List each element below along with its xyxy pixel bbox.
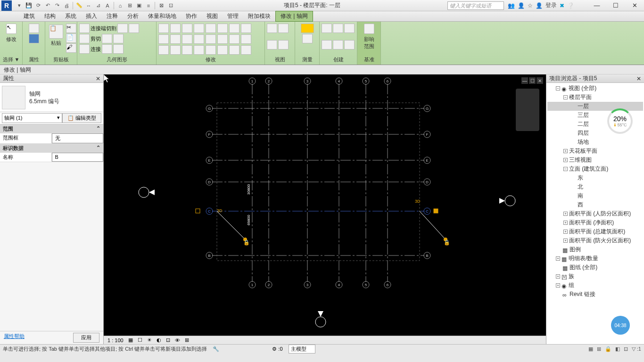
visual-icon[interactable]: ☐: [138, 337, 142, 343]
geo-b1[interactable]: [102, 34, 112, 43]
geo-a2[interactable]: [129, 24, 139, 33]
tree-node[interactable]: +面积平面 (防火分区面积): [547, 236, 643, 245]
view-close-icon[interactable]: ✕: [537, 77, 543, 84]
modify-tool-icon[interactable]: ↖: [6, 24, 17, 34]
tree-toggle-icon[interactable]: +: [556, 283, 560, 288]
tree-node[interactable]: 西: [547, 200, 643, 209]
mod-array-icon[interactable]: [158, 45, 169, 55]
menu-tab-11[interactable]: 修改 | 轴网: [275, 11, 313, 22]
mod-trim-icon[interactable]: [182, 34, 192, 44]
worksets-icon[interactable]: ⚙ :0: [272, 346, 282, 352]
tree-node[interactable]: −立面 (建筑立面): [547, 165, 643, 173]
menu-tab-2[interactable]: 系统: [60, 11, 81, 21]
mod-rotate-icon[interactable]: [170, 34, 181, 44]
create-a[interactable]: [322, 24, 332, 33]
tree-node[interactable]: +▦明细表/数量: [547, 254, 643, 263]
mod-o3[interactable]: [217, 45, 228, 55]
temperature-widget[interactable]: 20% 🌡55°C: [607, 108, 633, 134]
sb-i5[interactable]: ⊡: [624, 346, 628, 352]
qat-close-icon[interactable]: ⊠: [157, 1, 165, 10]
mod-n1[interactable]: [194, 34, 204, 44]
tree-node[interactable]: ∞Revit 链接: [547, 290, 643, 299]
geo-c1[interactable]: [102, 44, 112, 54]
tree-node[interactable]: −◉视图 (全部): [547, 84, 643, 93]
menu-tab-4[interactable]: 注释: [102, 11, 123, 21]
view-d[interactable]: [278, 40, 289, 49]
menu-tab-8[interactable]: 视图: [202, 11, 223, 21]
edit-type-button[interactable]: 📋 编辑类型: [62, 113, 101, 123]
tree-node[interactable]: ▦图例: [547, 245, 643, 254]
qat-print-icon[interactable]: 🖨: [62, 1, 71, 10]
main-model-dropdown[interactable]: 主模型: [289, 345, 315, 354]
mod-o4[interactable]: [229, 45, 239, 55]
mod-n3[interactable]: [217, 34, 228, 44]
sb-i1[interactable]: ▦: [588, 346, 593, 352]
app-icon[interactable]: R: [1, 0, 12, 11]
mod-offset-icon[interactable]: [170, 24, 181, 33]
tree-node[interactable]: 北: [547, 182, 643, 191]
create-f[interactable]: [344, 40, 355, 49]
crop-icon[interactable]: ⊡: [166, 337, 170, 343]
qat-undo-icon[interactable]: ↶: [43, 1, 52, 10]
tree-toggle-icon[interactable]: +: [556, 274, 560, 279]
view-a[interactable]: [267, 24, 277, 33]
drawing-canvas[interactable]: 112233445566GGFFEEDDCCBB3D3D🔒🔒3080069800…: [104, 74, 546, 344]
props-close-icon[interactable]: ✕: [96, 75, 100, 82]
tree-toggle-icon[interactable]: +: [563, 239, 568, 243]
minimize-button[interactable]: —: [587, 0, 606, 11]
sb-i2[interactable]: ⊞: [597, 346, 601, 352]
qat-align-icon[interactable]: ⊿: [94, 1, 102, 10]
nav-wheel[interactable]: [516, 89, 539, 131]
prop-group-header[interactable]: 标识数据⌃: [0, 144, 103, 153]
create-b[interactable]: [333, 24, 343, 33]
mod-n5[interactable]: [241, 34, 251, 44]
datum-extent-icon[interactable]: [364, 24, 374, 34]
tree-node[interactable]: −楼层平面: [547, 93, 643, 102]
sb-i3[interactable]: 🔒: [605, 346, 611, 352]
tree-toggle-icon[interactable]: −: [556, 86, 560, 90]
match-icon[interactable]: 🖌: [66, 43, 76, 53]
qat-measure-icon[interactable]: 📏: [75, 1, 83, 10]
mod-m4[interactable]: [229, 24, 239, 33]
mod-n4[interactable]: [229, 34, 239, 44]
menu-tab-1[interactable]: 结构: [40, 11, 60, 21]
mod-scale-icon[interactable]: [170, 45, 181, 55]
prop-value[interactable]: 无: [52, 133, 104, 143]
tree-node[interactable]: 场地: [547, 138, 643, 147]
mod-m1[interactable]: [194, 24, 204, 33]
mod-n2[interactable]: [206, 34, 216, 44]
panel-select-label[interactable]: 选择 ▼: [2, 56, 20, 64]
menu-tab-6[interactable]: 体量和场地: [143, 11, 181, 21]
sun-icon[interactable]: ☀: [147, 337, 152, 343]
scale-display[interactable]: 1 : 100: [107, 337, 124, 343]
infocenter-icon[interactable]: 👥: [508, 2, 515, 9]
cut-geom-button[interactable]: 剪切: [91, 35, 101, 42]
qat-view-icon[interactable]: ▣: [135, 1, 143, 10]
tree-toggle-icon[interactable]: +: [563, 212, 568, 216]
tree-toggle-icon[interactable]: +: [556, 256, 560, 261]
qat-section-icon[interactable]: ⊞: [125, 1, 134, 10]
create-e[interactable]: [333, 40, 343, 49]
type-selector[interactable]: 轴网 6.5mm 编号: [0, 83, 103, 112]
mod-pin-icon[interactable]: [182, 45, 192, 55]
measure-a[interactable]: [301, 24, 314, 33]
tree-node[interactable]: +天花板平面: [547, 147, 643, 156]
detail-icon[interactable]: ▦: [128, 337, 133, 343]
qat-switch-icon[interactable]: ⊡: [166, 1, 175, 10]
cut-geom-icon[interactable]: [79, 34, 90, 43]
tree-node[interactable]: +◉组: [547, 281, 643, 290]
tree-node[interactable]: +面积平面 (总建筑面积): [547, 227, 643, 236]
browser-close-icon[interactable]: ✕: [636, 75, 641, 82]
apply-button[interactable]: 应用: [73, 333, 99, 343]
qat-text-icon[interactable]: A: [103, 1, 112, 10]
qat-redo-icon[interactable]: ↷: [53, 1, 61, 10]
mod-mirror-icon[interactable]: [182, 24, 192, 33]
tree-node[interactable]: 一层: [547, 102, 643, 111]
view-b[interactable]: [278, 24, 289, 33]
qat-thin-icon[interactable]: ≡: [144, 1, 153, 10]
tree-node[interactable]: +面积平面 (人防分区面积): [547, 209, 643, 218]
tree-toggle-icon[interactable]: +: [563, 230, 568, 234]
tree-node[interactable]: 东: [547, 173, 643, 182]
reveal-icon[interactable]: ⊞: [185, 337, 189, 343]
qat-dim-icon[interactable]: ↔: [84, 1, 93, 10]
